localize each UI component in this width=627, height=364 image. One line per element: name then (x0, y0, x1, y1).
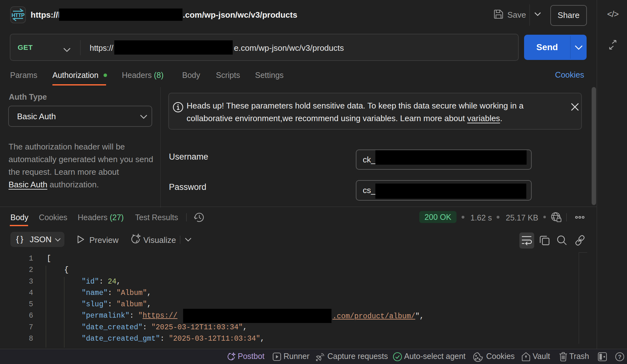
svg-text:HTTP: HTTP (11, 12, 25, 18)
svg-text:?: ? (618, 354, 622, 360)
